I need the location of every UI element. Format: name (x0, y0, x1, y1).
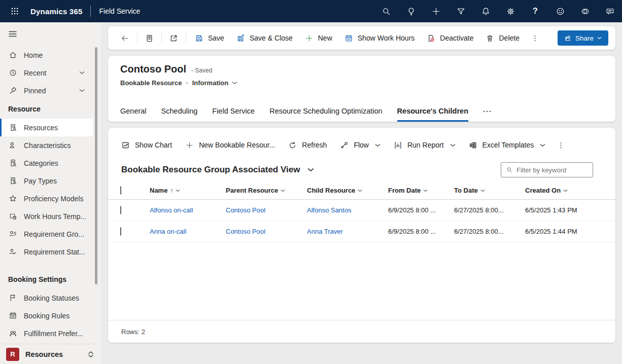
show-chart-button[interactable]: Show Chart (115, 136, 178, 154)
name-link[interactable]: Alfonso on-call (150, 206, 226, 214)
child-resource-link[interactable]: Alfonso Santos (307, 206, 388, 214)
calendar-icon (344, 34, 353, 43)
resource-doc-icon (9, 176, 17, 185)
tab-general[interactable]: General (120, 107, 147, 122)
sidebar-item-proficiency-models[interactable]: Proficiency Models (0, 190, 93, 207)
delete-button[interactable]: Delete (480, 30, 525, 46)
column-header-to-date[interactable]: To Date (454, 187, 525, 194)
sidebar-item-requirement-groups[interactable]: Requirement Gro... (0, 225, 93, 243)
share-button[interactable]: Share (558, 30, 608, 46)
app-switcher[interactable]: R Resources (0, 344, 101, 364)
sidebar-item-fulfillment-preferences[interactable]: Fulfillment Prefer... (0, 324, 93, 342)
chevron-down-icon (563, 189, 568, 192)
form-selector-button[interactable] (141, 30, 158, 46)
sidebar-section-resource: Resource (0, 99, 101, 119)
refresh-button[interactable]: Refresh (282, 136, 333, 154)
column-header-from-date[interactable]: From Date (388, 187, 454, 194)
row-checkbox[interactable] (120, 227, 121, 236)
tab-resource-scheduling-optimization[interactable]: Resource Scheduling Optimization (269, 107, 382, 122)
sidebar-item-work-hours-templates[interactable]: Work Hours Temp... (0, 207, 93, 225)
hamburger-icon[interactable] (8, 29, 18, 39)
form-selector[interactable]: Information (192, 79, 238, 87)
grid-filter-box (501, 162, 593, 177)
search-icon[interactable] (381, 6, 391, 16)
column-header-created-on[interactable]: Created On (525, 187, 603, 194)
sidebar-item-resources[interactable]: Resources (0, 119, 93, 136)
gear-icon[interactable] (505, 6, 515, 16)
popout-icon (169, 34, 178, 43)
waffle-icon[interactable] (6, 3, 23, 20)
sidebar-item-home[interactable]: Home (0, 46, 93, 64)
new-bookable-resource-button[interactable]: New Bookable Resour... (179, 136, 281, 154)
sidebar-item-pay-types[interactable]: Pay Types (0, 172, 93, 190)
from-date-cell: 6/9/2025 8:00 ... (388, 206, 454, 214)
new-button[interactable]: New (299, 30, 338, 46)
tab-field-service[interactable]: Field Service (212, 107, 255, 122)
sidebar-item-recent[interactable]: Recent (0, 64, 93, 82)
tab-resources-children[interactable]: Resource's Children (397, 107, 468, 122)
more-vertical-icon (557, 141, 565, 150)
parent-resource-link[interactable]: Contoso Pool (226, 228, 307, 235)
command-bar: Save Save & Close New Show Work Hours De… (108, 26, 615, 50)
sidebar-scrollbar[interactable] (95, 47, 97, 284)
app-area-name[interactable]: Field Service (99, 7, 140, 15)
flow-button[interactable]: Flow (334, 136, 387, 154)
more-vertical-icon (531, 34, 539, 43)
sidebar-item-booking-statuses[interactable]: Booking Statuses (0, 289, 93, 307)
sidebar-item-categories[interactable]: Categories (0, 154, 93, 172)
report-icon (394, 141, 402, 150)
back-button[interactable] (116, 30, 134, 46)
run-report-button[interactable]: Run Report (388, 136, 462, 154)
help-icon[interactable]: ? (530, 6, 540, 16)
deactivate-button[interactable]: Deactivate (421, 30, 479, 46)
chevron-down-icon (480, 189, 485, 192)
column-header-parent-resource[interactable]: Parent Resource (226, 187, 307, 194)
table-row[interactable]: Alfonso on-call Contoso Pool Alfonso San… (108, 200, 615, 221)
child-resource-link[interactable]: Anna Traver (307, 228, 388, 235)
resource-doc-icon (9, 123, 17, 132)
sidebar-item-label: Categories (24, 159, 58, 167)
save-and-close-button[interactable]: Save & Close (231, 30, 298, 46)
calendar-clock-icon (9, 212, 17, 221)
save-button[interactable]: Save (189, 30, 230, 46)
filter-icon[interactable] (456, 6, 466, 16)
chart-icon (121, 141, 130, 150)
filter-by-keyword-input[interactable] (516, 166, 588, 174)
select-all-checkbox[interactable] (120, 186, 121, 195)
view-selector[interactable]: Bookable Resource Group Associated View (121, 165, 314, 175)
refresh-icon (288, 141, 297, 150)
name-link[interactable]: Anna on-call (150, 228, 226, 235)
refresh-label: Refresh (302, 141, 327, 149)
excel-icon (469, 141, 477, 150)
sidebar-item-label: Resources (24, 124, 58, 132)
more-commands-button[interactable] (526, 30, 544, 46)
share-label: Share (575, 34, 594, 42)
sidebar-item-characteristics[interactable]: Characteristics (0, 136, 93, 154)
chevron-down-icon (375, 143, 381, 147)
tab-scheduling[interactable]: Scheduling (161, 107, 198, 122)
chat-icon[interactable] (605, 6, 615, 16)
row-checkbox[interactable] (120, 206, 121, 214)
show-work-hours-button[interactable]: Show Work Hours (339, 30, 421, 46)
table-row[interactable]: Anna on-call Contoso Pool Anna Traver 6/… (108, 221, 615, 242)
tabs-overflow-button[interactable]: ··· (483, 107, 492, 122)
sidebar-item-booking-rules[interactable]: Booking Rules (0, 307, 93, 324)
chevron-down-icon (79, 71, 85, 75)
lightbulb-icon[interactable] (406, 6, 416, 16)
search-icon (506, 166, 513, 173)
sidebar-item-requirement-statuses[interactable]: Requirement Stat... (0, 243, 93, 261)
column-header-name[interactable]: Name ↑ (150, 187, 226, 194)
sidebar-item-label: Booking Statuses (24, 294, 79, 302)
column-header-child-resource[interactable]: Child Resource (307, 187, 388, 194)
copilot-icon[interactable] (580, 6, 590, 16)
more-grid-commands-button[interactable] (552, 136, 569, 154)
save-close-label: Save & Close (250, 34, 293, 42)
add-icon[interactable] (431, 6, 441, 16)
smiley-icon[interactable] (555, 6, 565, 16)
parent-resource-link[interactable]: Contoso Pool (226, 206, 307, 214)
excel-templates-button[interactable]: Excel Templates (463, 136, 552, 154)
app-brand[interactable]: Dynamics 365 (30, 7, 82, 16)
sidebar-item-pinned[interactable]: Pinned (0, 82, 93, 99)
popout-button[interactable] (165, 30, 183, 46)
bell-icon[interactable] (480, 6, 491, 16)
